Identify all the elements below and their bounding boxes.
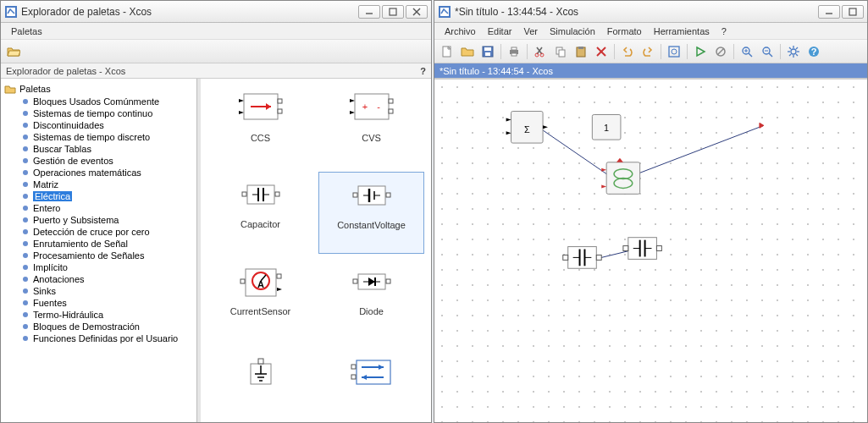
menu-editar[interactable]: Editar — [483, 25, 517, 38]
svg-rect-72 — [669, 47, 679, 57]
tree-root[interactable]: Paletas — [1, 82, 196, 96]
diagram-tab[interactable]: *Sin título - 13:44:54 - Xcos — [434, 63, 867, 79]
palette-block[interactable]: Capacitor — [207, 172, 313, 255]
tree-item[interactable]: Bloques de Demostración — [1, 321, 196, 332]
titlebar: Explorador de paletas - Xcos — [1, 1, 431, 23]
tree-item-label: Puerto y Subsistema — [33, 215, 119, 225]
copy-icon[interactable] — [551, 42, 570, 61]
tree-item-label: Anotaciones — [33, 274, 85, 284]
svg-rect-61 — [511, 53, 517, 56]
zoom-out-icon[interactable] — [758, 42, 777, 61]
menu-formato[interactable]: Formato — [602, 25, 647, 38]
bullet-icon — [23, 206, 28, 211]
capacitor-block-2[interactable] — [623, 238, 661, 260]
minimize-button[interactable] — [358, 5, 380, 19]
tree-item-label: Funciones Definidas por el Usuario — [33, 333, 178, 343]
palette-block[interactable] — [318, 345, 424, 416]
const-block[interactable]: 1 — [592, 114, 621, 140]
tree-item[interactable]: Implícito — [1, 261, 196, 273]
svg-line-96 — [598, 250, 633, 259]
tree-item[interactable]: Funciones Definidas por el Usuario — [1, 332, 196, 344]
capacitor-block-1[interactable] — [563, 247, 601, 269]
redo-icon[interactable] — [639, 42, 657, 61]
menu-ver[interactable]: Ver — [518, 25, 543, 38]
undo-icon[interactable] — [618, 42, 637, 61]
tree-item[interactable]: Termo-Hidráulica — [1, 309, 196, 321]
tree-item[interactable]: Bloques Usados Comúnmente — [1, 96, 196, 107]
tree-item[interactable]: Detección de cruce por cero — [1, 226, 196, 238]
bullet-icon — [23, 111, 28, 116]
palette-block[interactable]: +-CVS — [318, 85, 424, 167]
svg-rect-27 — [353, 193, 357, 197]
svg-line-90 — [789, 54, 791, 56]
delete-icon[interactable] — [592, 42, 611, 61]
tree-item[interactable]: Entero — [1, 202, 196, 214]
cut-icon[interactable] — [531, 42, 550, 61]
tree-item[interactable]: Puerto y Subsistema — [1, 214, 196, 226]
tree-item-label: Matriz — [33, 179, 58, 190]
tree-item-label: Termo-Hidráulica — [33, 310, 103, 320]
save-icon[interactable] — [478, 42, 497, 61]
palette-block-label: ConstantVoltage — [337, 220, 406, 230]
tree-item[interactable]: Anotaciones — [1, 273, 196, 285]
tree-item[interactable]: Matriz — [1, 179, 196, 190]
svg-rect-46 — [357, 360, 390, 384]
fit-icon[interactable] — [665, 42, 683, 61]
help-icon[interactable]: ? — [804, 42, 823, 61]
diagram-svg: Σ 1 — [434, 80, 867, 422]
palette-block[interactable]: ConstantVoltage — [318, 172, 424, 255]
tree-item[interactable]: Buscar Tablas — [1, 143, 196, 155]
palette-block[interactable]: ACurrentSensor — [207, 259, 313, 340]
menubar: Archivo Editar Ver Simulación Formato He… — [434, 23, 867, 40]
menu-simulacion[interactable]: Simulación — [545, 25, 600, 38]
play-icon[interactable] — [691, 42, 710, 61]
palette-tree[interactable]: Paletas Bloques Usados ComúnmenteSistema… — [1, 79, 197, 422]
svg-line-95 — [628, 125, 764, 177]
close-button[interactable] — [406, 5, 428, 19]
tree-item[interactable]: Sistemas de tiempo discreto — [1, 131, 196, 143]
sum-block[interactable]: Σ — [506, 112, 548, 144]
svg-rect-104 — [568, 247, 597, 269]
toolbar: ? — [434, 40, 867, 63]
tree-item[interactable]: Operaciones matemáticas — [1, 167, 196, 179]
palette-block[interactable]: Diode — [318, 259, 424, 340]
settings-icon[interactable] — [784, 42, 803, 61]
app-icon — [438, 5, 451, 19]
new-icon[interactable] — [438, 42, 456, 61]
palette-block[interactable]: CCS — [207, 85, 313, 167]
panel-header: Explorador de paletas - Xcos ? — [1, 63, 431, 79]
tree-item[interactable]: Procesamiento de Señales — [1, 250, 196, 261]
svg-rect-38 — [353, 279, 357, 283]
tree-item[interactable]: Fuentes — [1, 297, 196, 309]
stop-icon[interactable] — [711, 42, 730, 61]
menu-archivo[interactable]: Archivo — [440, 25, 481, 38]
minimize-button[interactable] — [818, 5, 840, 19]
menu-paletas[interactable]: Paletas — [6, 25, 47, 38]
diagram-canvas[interactable]: Σ 1 — [434, 79, 867, 422]
print-icon[interactable] — [505, 42, 523, 61]
bullet-icon — [23, 135, 28, 140]
palette-gallery[interactable]: CCS+-CVSCapacitorConstantVoltageACurrent… — [197, 79, 431, 422]
menu-herramientas[interactable]: Herramientas — [649, 25, 715, 38]
open-icon[interactable] — [458, 42, 477, 61]
tree-item[interactable]: Discontinuidades — [1, 119, 196, 131]
tree-item[interactable]: Gestión de eventos — [1, 155, 196, 167]
maximize-button[interactable] — [842, 5, 864, 19]
help-icon[interactable]: ? — [420, 63, 426, 78]
paste-icon[interactable] — [572, 42, 590, 61]
maximize-button[interactable] — [382, 5, 404, 19]
tree-item[interactable]: Sistemas de tiempo continuo — [1, 107, 196, 119]
integrator-block[interactable] — [601, 158, 639, 194]
tree-item[interactable]: Enrutamiento de Señal — [1, 238, 196, 250]
open-icon[interactable] — [4, 42, 23, 61]
menu-help[interactable]: ? — [716, 25, 732, 38]
tree-item[interactable]: Eléctrica — [1, 190, 196, 202]
tree-item-label: Gestión de eventos — [33, 156, 113, 166]
tree-item-label: Implícito — [33, 262, 68, 272]
svg-rect-116 — [623, 246, 628, 251]
palette-block-label: Capacitor — [240, 219, 280, 229]
zoom-in-icon[interactable] — [738, 42, 756, 61]
palette-block[interactable] — [207, 345, 313, 416]
tree-item[interactable]: Sinks — [1, 285, 196, 297]
svg-rect-3 — [390, 8, 396, 15]
